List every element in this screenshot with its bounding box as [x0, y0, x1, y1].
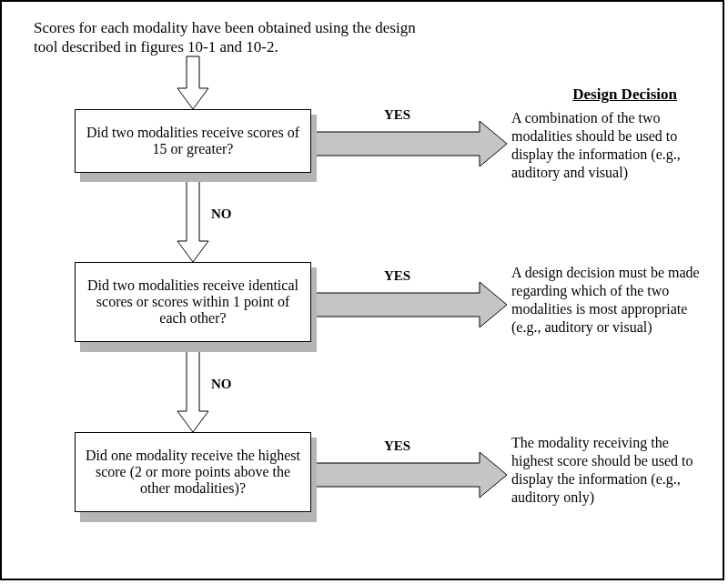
- design-decision-heading: Design Decision: [572, 86, 677, 104]
- result-text-2: A design decision must be made regarding…: [511, 264, 712, 337]
- decision-box-2: Did two modalities receive identical sco…: [75, 262, 311, 342]
- svg-marker-2: [177, 176, 208, 262]
- decision-question-2: Did two modalities receive identical sco…: [87, 277, 298, 326]
- right-arrow-icon: [316, 282, 507, 327]
- yes-label-2: YES: [384, 268, 410, 284]
- result-text-3: The modality receiving the highest score…: [511, 434, 712, 507]
- down-arrow-icon: [177, 347, 208, 432]
- svg-marker-3: [316, 282, 507, 327]
- intro-text: Scores for each modality have been obtai…: [34, 18, 434, 57]
- svg-marker-0: [177, 56, 208, 109]
- down-arrow-icon: [177, 176, 208, 262]
- no-label-1: NO: [211, 206, 232, 222]
- no-label-2: NO: [211, 377, 232, 392]
- yes-label-1: YES: [384, 107, 410, 123]
- down-arrow-icon: [177, 56, 208, 109]
- svg-marker-1: [316, 121, 507, 166]
- svg-marker-4: [177, 347, 208, 432]
- result-text-1: A combination of the two modalities shou…: [511, 109, 712, 182]
- right-arrow-icon: [316, 121, 507, 166]
- decision-box-1: Did two modalities receive scores of 15 …: [75, 109, 311, 173]
- yes-label-3: YES: [384, 438, 410, 454]
- decision-question-1: Did two modalities receive scores of 15 …: [86, 125, 299, 156]
- decision-question-3: Did one modality receive the highest sco…: [86, 448, 300, 496]
- right-arrow-icon: [316, 452, 507, 498]
- svg-marker-5: [316, 452, 507, 498]
- decision-box-3: Did one modality receive the highest sco…: [75, 432, 311, 512]
- flowchart-frame: Scores for each modality have been obtai…: [0, 0, 724, 580]
